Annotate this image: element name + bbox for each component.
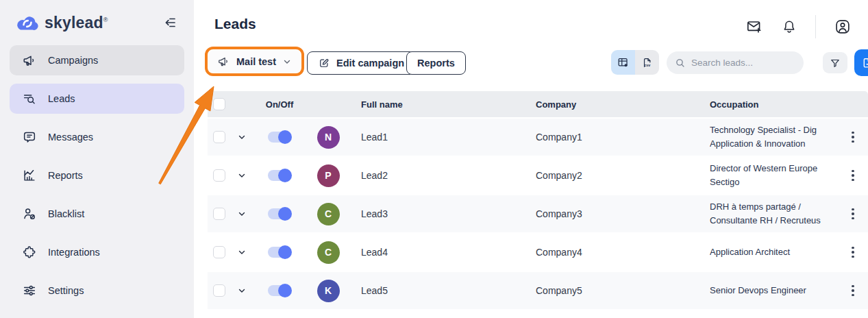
search-box bbox=[667, 51, 804, 74]
sidebar-item-campaigns[interactable]: Campaigns bbox=[10, 45, 184, 75]
toggle-knob bbox=[278, 169, 292, 182]
brand-name: skylead® bbox=[45, 14, 108, 32]
select-all-checkbox[interactable] bbox=[213, 98, 225, 110]
chart-icon bbox=[22, 168, 37, 183]
lead-company: Company4 bbox=[525, 247, 700, 258]
sidebar-item-label: Campaigns bbox=[48, 55, 98, 66]
lead-company: Company2 bbox=[525, 170, 700, 181]
onoff-toggle[interactable] bbox=[268, 208, 291, 219]
table-row: C Lead3 Company3 DRH à temps partagé / C… bbox=[208, 194, 868, 232]
sliders-icon bbox=[22, 283, 37, 298]
table-row: C Lead4 Company4 Application Architect bbox=[208, 232, 868, 271]
lead-occupation: Director of Western Europe Sectigo bbox=[700, 162, 838, 189]
skylead-logo-icon bbox=[15, 12, 40, 33]
column-header-onoff: On/Off bbox=[253, 99, 306, 110]
lead-search-icon bbox=[22, 91, 37, 106]
avatar: C bbox=[317, 203, 340, 225]
sidebar-item-integrations[interactable]: Integrations bbox=[10, 237, 184, 267]
search-input[interactable] bbox=[691, 58, 794, 68]
column-header-company: Company bbox=[525, 99, 700, 110]
lead-occupation: Application Architect bbox=[700, 245, 838, 259]
row-menu-icon[interactable] bbox=[852, 132, 854, 143]
sidebar-item-leads[interactable]: Leads bbox=[10, 84, 184, 114]
toggle-knob bbox=[278, 130, 292, 144]
sidebar: skylead® Campaigns Leads bbox=[0, 0, 194, 318]
lead-occupation: Technology Specialist - Dig Application … bbox=[700, 123, 838, 151]
toggle-knob bbox=[278, 207, 292, 221]
table-header-row: On/Off Full name Company Occupation bbox=[208, 91, 868, 117]
onoff-toggle[interactable] bbox=[268, 247, 291, 258]
filter-button[interactable] bbox=[823, 52, 847, 73]
reports-button[interactable]: Reports bbox=[406, 51, 466, 75]
csv-view-button[interactable]: csv bbox=[635, 50, 659, 75]
row-expand-chevron[interactable] bbox=[231, 171, 253, 180]
table-settings-icon bbox=[617, 56, 630, 69]
csv-file-icon: csv bbox=[641, 56, 654, 69]
lead-occupation: DRH à temps partagé / Consultante RH / R… bbox=[700, 200, 838, 228]
sidebar-collapse-icon[interactable] bbox=[162, 14, 179, 31]
row-menu-icon[interactable] bbox=[852, 170, 854, 182]
onoff-toggle[interactable] bbox=[268, 170, 291, 181]
registered-mark: ® bbox=[103, 16, 108, 23]
funnel-icon bbox=[829, 57, 841, 69]
sidebar-item-label: Leads bbox=[48, 93, 75, 104]
chevron-down-icon bbox=[237, 171, 247, 180]
row-expand-chevron[interactable] bbox=[231, 132, 253, 142]
sidebar-item-label: Reports bbox=[48, 170, 83, 181]
lead-name: Lead2 bbox=[350, 170, 525, 181]
avatar: N bbox=[317, 126, 340, 149]
row-checkbox[interactable] bbox=[213, 284, 225, 297]
row-menu-icon[interactable] bbox=[852, 208, 854, 220]
edit-campaign-button[interactable]: Edit campaign bbox=[307, 51, 415, 75]
profile-icon[interactable] bbox=[834, 18, 852, 36]
column-header-fullname: Full name bbox=[350, 99, 525, 110]
lead-name: Lead4 bbox=[350, 247, 525, 258]
avatar: K bbox=[317, 280, 340, 302]
row-checkbox[interactable] bbox=[213, 131, 225, 143]
column-header-occupation: Occupation bbox=[700, 99, 838, 110]
megaphone-icon bbox=[217, 55, 230, 68]
table-view-button[interactable] bbox=[611, 50, 635, 75]
sidebar-item-settings[interactable]: Settings bbox=[10, 276, 184, 306]
row-menu-icon[interactable] bbox=[852, 247, 854, 258]
export-button[interactable] bbox=[854, 49, 868, 76]
search-icon bbox=[675, 58, 686, 69]
puzzle-icon bbox=[22, 245, 37, 260]
megaphone-icon bbox=[22, 53, 37, 68]
onoff-toggle[interactable] bbox=[268, 285, 291, 296]
lead-occupation: Senior Devops Engineer bbox=[700, 284, 838, 297]
onoff-toggle[interactable] bbox=[268, 132, 291, 143]
page-title: Leads bbox=[214, 16, 256, 32]
chevron-down-icon bbox=[237, 247, 247, 257]
mail-plus-icon[interactable] bbox=[745, 18, 763, 36]
sidebar-item-messages[interactable]: Messages bbox=[10, 122, 184, 152]
header-divider bbox=[815, 15, 816, 38]
leads-table: On/Off Full name Company Occupation N Le… bbox=[208, 91, 868, 309]
row-expand-chevron[interactable] bbox=[231, 286, 253, 295]
chevron-down-icon bbox=[282, 57, 292, 66]
campaign-selector-button[interactable]: Mail test bbox=[208, 50, 301, 73]
message-icon bbox=[22, 130, 37, 145]
table-row: N Lead1 Company1 Technology Specialist -… bbox=[208, 117, 868, 156]
highlight-ring: Mail test bbox=[205, 47, 304, 76]
chevron-down-icon bbox=[237, 286, 247, 295]
bell-icon[interactable] bbox=[781, 19, 797, 35]
sidebar-item-label: Messages bbox=[48, 132, 93, 143]
row-expand-chevron[interactable] bbox=[231, 247, 253, 257]
lead-company: Company5 bbox=[525, 285, 700, 296]
svg-text:csv: csv bbox=[644, 63, 651, 67]
sidebar-item-reports[interactable]: Reports bbox=[10, 160, 184, 191]
logo-row: skylead® bbox=[0, 0, 194, 42]
file-export-icon bbox=[860, 56, 868, 70]
row-checkbox[interactable] bbox=[213, 169, 225, 182]
sidebar-item-blacklist[interactable]: Blacklist bbox=[10, 199, 184, 229]
avatar: C bbox=[317, 241, 340, 264]
lead-company: Company1 bbox=[525, 132, 700, 143]
toggle-knob bbox=[278, 284, 292, 297]
row-checkbox[interactable] bbox=[213, 246, 225, 258]
row-checkbox[interactable] bbox=[213, 208, 225, 220]
header-actions bbox=[745, 15, 852, 38]
row-expand-chevron[interactable] bbox=[231, 209, 253, 219]
row-menu-icon[interactable] bbox=[852, 285, 854, 297]
table-body: N Lead1 Company1 Technology Specialist -… bbox=[208, 117, 868, 309]
